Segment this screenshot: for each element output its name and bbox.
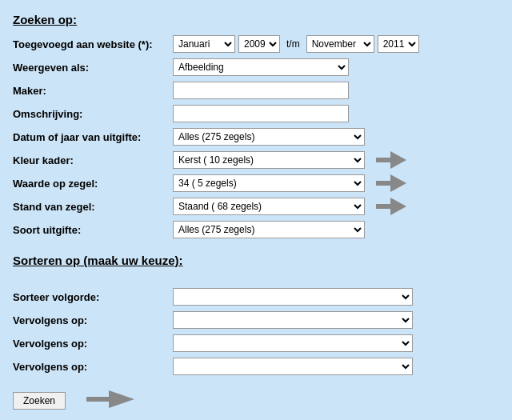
vervolgens2-row: Vervolgens op: bbox=[13, 334, 499, 353]
toegevoegd-label: Toegevoegd aan website (*): bbox=[13, 38, 173, 50]
vervolgens2-label: Vervolgens op: bbox=[13, 338, 173, 350]
vervolgens1-label: Vervolgens op: bbox=[13, 314, 173, 326]
kleur-label: Kleur kader: bbox=[13, 154, 173, 166]
weergeven-row: Weergeven als: AfbeeldingLijstTabel bbox=[13, 58, 499, 77]
svg-marker-1 bbox=[376, 174, 406, 192]
search-section: Zoeken op: Toegevoegd aan website (*): J… bbox=[13, 13, 499, 239]
sorteer-controls bbox=[173, 288, 499, 306]
month-to-select[interactable]: JanuariFebruariMaartApril MeiJuniJuliAug… bbox=[306, 35, 374, 53]
omschrijving-controls bbox=[173, 105, 499, 122]
soort-select[interactable]: Alles (275 zegels) bbox=[173, 221, 365, 238]
waarde-select[interactable]: 34 ( 5 zegels) bbox=[173, 174, 365, 192]
stand-controls: Staand ( 68 zegels) bbox=[173, 198, 499, 215]
soort-row: Soort uitgifte: Alles (275 zegels) bbox=[13, 220, 499, 239]
waarde-controls: 34 ( 5 zegels) bbox=[173, 174, 499, 192]
waarde-label: Waarde op zegel: bbox=[13, 178, 173, 190]
soort-controls: Alles (275 zegels) bbox=[173, 221, 499, 238]
svg-marker-3 bbox=[86, 390, 134, 408]
vervolgens1-controls bbox=[173, 311, 499, 329]
waarde-arrow bbox=[376, 174, 406, 192]
stand-label: Stand van zegel: bbox=[13, 201, 173, 213]
stand-arrow bbox=[376, 198, 406, 215]
maker-row: Maker: bbox=[13, 81, 499, 100]
maker-label: Maker: bbox=[13, 85, 173, 97]
vervolgens2-select[interactable] bbox=[173, 334, 413, 352]
vervolgens3-select[interactable] bbox=[173, 358, 413, 375]
vervolgens1-select[interactable] bbox=[173, 311, 413, 329]
weergeven-controls: AfbeeldingLijstTabel bbox=[173, 58, 499, 76]
datum-select[interactable]: Alles (275 zegels) bbox=[173, 128, 365, 146]
kleur-select[interactable]: Kerst ( 10 zegels) bbox=[173, 151, 365, 169]
vervolgens2-controls bbox=[173, 334, 499, 352]
sorteer-select[interactable] bbox=[173, 288, 413, 306]
toegevoegd-row: Toegevoegd aan website (*): JanuariFebru… bbox=[13, 34, 499, 54]
datum-controls: Alles (275 zegels) bbox=[173, 128, 499, 146]
toegevoegd-controls: JanuariFebruariMaartApril MeiJuniJuliAug… bbox=[173, 35, 499, 53]
stand-row: Stand van zegel: Staand ( 68 zegels) bbox=[13, 197, 499, 216]
arrow-icon bbox=[376, 151, 406, 169]
omschrijving-input[interactable] bbox=[173, 105, 349, 122]
sort-title: Sorteren op (maak uw keuze): bbox=[13, 254, 499, 267]
kleur-row: Kleur kader: Kerst ( 10 zegels) bbox=[13, 150, 499, 170]
vervolgens3-row: Vervolgens op: bbox=[13, 357, 499, 376]
datum-row: Datum of jaar van uitgifte: Alles (275 z… bbox=[13, 127, 499, 146]
datum-label: Datum of jaar van uitgifte: bbox=[13, 131, 173, 143]
sorteer-row: Sorteer volgorde: bbox=[13, 287, 499, 306]
vervolgens3-controls bbox=[173, 358, 499, 375]
arrow-icon-2 bbox=[376, 174, 406, 192]
month-from-select[interactable]: JanuariFebruariMaartApril MeiJuniJuliAug… bbox=[173, 35, 235, 53]
omschrijving-row: Omschrijving: bbox=[13, 104, 499, 123]
year-to-select[interactable]: 2005200620072008 2009201020112012 bbox=[378, 35, 419, 53]
vervolgens3-label: Vervolgens op: bbox=[13, 361, 173, 373]
vervolgens1-row: Vervolgens op: bbox=[13, 310, 499, 330]
kleur-arrow bbox=[376, 151, 406, 169]
zoek-arrow-icon bbox=[86, 390, 134, 408]
svg-marker-0 bbox=[376, 151, 406, 169]
omschrijving-label: Omschrijving: bbox=[13, 108, 173, 120]
stand-select[interactable]: Staand ( 68 zegels) bbox=[173, 198, 365, 215]
maker-controls bbox=[173, 82, 499, 99]
sorteer-label: Sorteer volgorde: bbox=[13, 291, 173, 303]
soort-label: Soort uitgifte: bbox=[13, 224, 173, 236]
maker-input[interactable] bbox=[173, 82, 349, 99]
search-title: Zoeken op: bbox=[13, 13, 499, 26]
weergeven-label: Weergeven als: bbox=[13, 62, 173, 74]
zoek-arrow bbox=[86, 390, 134, 410]
sort-section: Sorteren op (maak uw keuze): Sorteer vol… bbox=[13, 254, 499, 376]
year-from-select[interactable]: 2005200620072008 2009201020112012 bbox=[238, 35, 280, 53]
zoek-row: Zoeken bbox=[13, 390, 499, 410]
display-select[interactable]: AfbeeldingLijstTabel bbox=[173, 58, 349, 76]
waarde-row: Waarde op zegel: 34 ( 5 zegels) bbox=[13, 174, 499, 193]
arrow-icon-3 bbox=[376, 198, 406, 215]
zoek-button[interactable]: Zoeken bbox=[13, 392, 66, 410]
kleur-controls: Kerst ( 10 zegels) bbox=[173, 151, 499, 169]
svg-marker-2 bbox=[376, 198, 406, 215]
tm-label: t/m bbox=[286, 38, 300, 50]
